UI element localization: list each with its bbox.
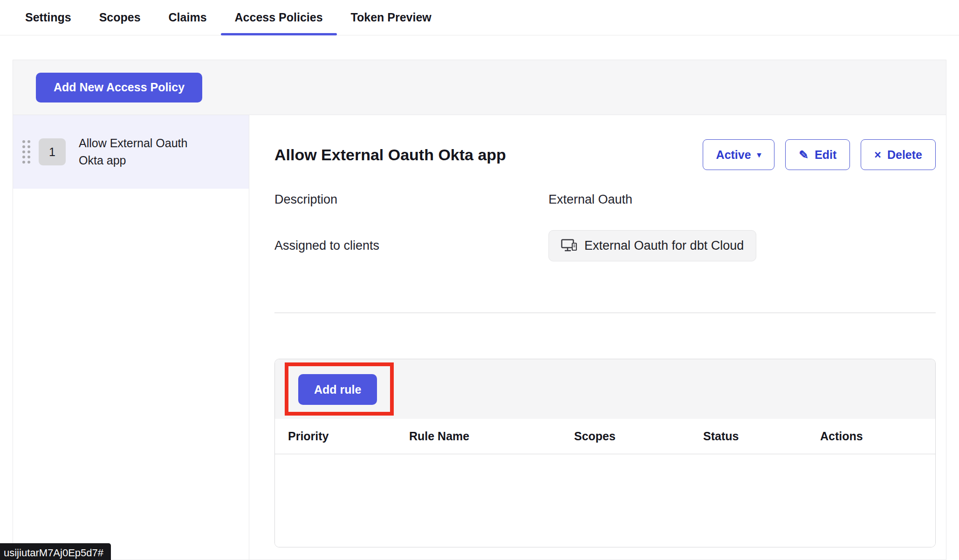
- tab-access-policies[interactable]: Access Policies: [221, 0, 337, 35]
- column-rule-name: Rule Name: [409, 430, 574, 443]
- close-icon: ×: [874, 149, 881, 161]
- link-url-preview: usijiutarM7Aj0Ep5d7#: [0, 543, 111, 560]
- policies-toolbar: Add New Access Policy: [13, 60, 946, 115]
- assigned-client-chip: External Oauth for dbt Cloud: [548, 230, 756, 261]
- edit-button[interactable]: ✎ Edit: [785, 139, 850, 170]
- add-new-access-policy-button[interactable]: Add New Access Policy: [36, 73, 202, 102]
- rules-toolbar: Add rule: [275, 359, 935, 419]
- rules-table-header: Priority Rule Name Scopes Status Actions: [275, 419, 935, 454]
- delete-button-label: Delete: [887, 148, 922, 162]
- delete-button[interactable]: × Delete: [861, 139, 936, 170]
- tab-bar: Settings Scopes Claims Access Policies T…: [0, 0, 959, 35]
- tab-settings[interactable]: Settings: [11, 0, 85, 35]
- column-status: Status: [703, 430, 820, 443]
- policy-detail-pane: Allow External Oauth Okta app Active ▾ ✎…: [249, 115, 946, 560]
- policy-list-item[interactable]: 1 Allow External Oauth Okta app: [13, 115, 249, 189]
- section-divider: [274, 313, 936, 313]
- computer-icon: [561, 239, 577, 253]
- tab-claims[interactable]: Claims: [155, 0, 221, 35]
- policy-title: Allow External Oauth Okta app: [274, 146, 506, 164]
- pencil-icon: ✎: [799, 149, 808, 161]
- chevron-down-icon: ▾: [757, 151, 761, 159]
- edit-button-label: Edit: [815, 148, 836, 162]
- policy-priority-badge: 1: [39, 138, 66, 165]
- annotation-highlight-box: Add rule: [285, 362, 394, 416]
- tab-token-preview[interactable]: Token Preview: [337, 0, 445, 35]
- rules-panel: Add rule Priority Rule Name Scopes Statu…: [274, 359, 936, 547]
- description-value: External Oauth: [548, 192, 936, 207]
- description-label: Description: [274, 192, 548, 207]
- column-scopes: Scopes: [574, 430, 703, 443]
- active-status-dropdown[interactable]: Active ▾: [703, 139, 775, 170]
- assigned-clients-label: Assigned to clients: [274, 239, 548, 253]
- rules-table-body-empty: [275, 454, 935, 547]
- policy-action-buttons: Active ▾ ✎ Edit × Delete: [703, 139, 936, 170]
- column-priority: Priority: [288, 430, 409, 443]
- access-policies-panel: Add New Access Policy 1 Allow External O…: [13, 60, 946, 560]
- column-actions: Actions: [820, 430, 935, 443]
- add-rule-button[interactable]: Add rule: [298, 374, 377, 405]
- policy-name-label: Allow External Oauth Okta app: [79, 135, 214, 170]
- assigned-client-name: External Oauth for dbt Cloud: [584, 239, 744, 253]
- policy-list: 1 Allow External Oauth Okta app: [13, 115, 249, 560]
- active-status-label: Active: [716, 148, 751, 162]
- tab-scopes[interactable]: Scopes: [85, 0, 155, 35]
- drag-handle-icon[interactable]: [22, 140, 30, 164]
